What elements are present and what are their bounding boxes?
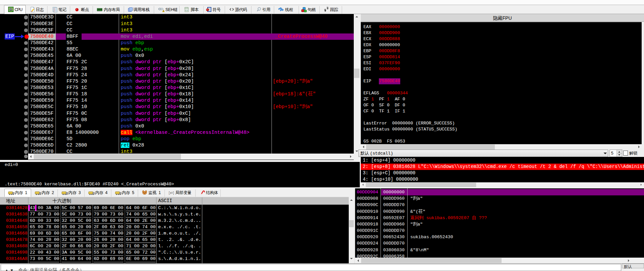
svg-text:32: 32 (10, 8, 12, 10)
svg-text:[x=]: [x=] (169, 191, 174, 195)
svg-text:<>: <> (185, 9, 188, 12)
